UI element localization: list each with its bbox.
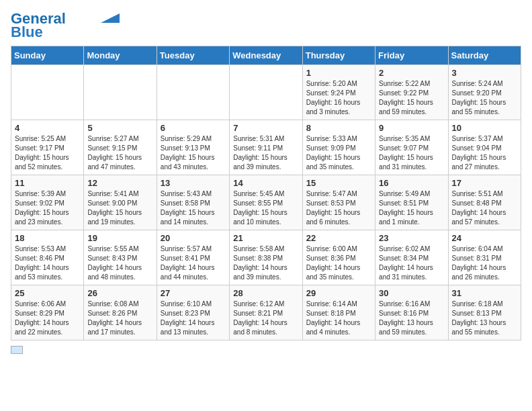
day-info: Sunrise: 5:55 AM Sunset: 8:43 PM Dayligh… bbox=[87, 244, 152, 282]
day-number: 7 bbox=[233, 123, 298, 133]
calendar-cell: 22Sunrise: 6:00 AM Sunset: 8:36 PM Dayli… bbox=[302, 230, 375, 285]
day-info: Sunrise: 6:00 AM Sunset: 8:36 PM Dayligh… bbox=[306, 244, 371, 282]
day-info: Sunrise: 5:37 AM Sunset: 9:04 PM Dayligh… bbox=[452, 134, 517, 172]
calendar-cell: 12Sunrise: 5:41 AM Sunset: 9:00 PM Dayli… bbox=[84, 175, 157, 230]
day-number: 3 bbox=[452, 68, 517, 78]
calendar-cell: 10Sunrise: 5:37 AM Sunset: 9:04 PM Dayli… bbox=[448, 120, 521, 175]
day-header-friday: Friday bbox=[375, 46, 448, 65]
day-info: Sunrise: 6:02 AM Sunset: 8:34 PM Dayligh… bbox=[379, 244, 444, 282]
day-header-sunday: Sunday bbox=[11, 46, 84, 65]
calendar-cell: 7Sunrise: 5:31 AM Sunset: 9:11 PM Daylig… bbox=[230, 120, 302, 175]
calendar-cell: 1Sunrise: 5:20 AM Sunset: 9:24 PM Daylig… bbox=[302, 65, 375, 120]
day-info: Sunrise: 5:35 AM Sunset: 9:07 PM Dayligh… bbox=[379, 134, 444, 172]
calendar-cell: 31Sunrise: 6:18 AM Sunset: 8:13 PM Dayli… bbox=[448, 285, 521, 340]
day-number: 14 bbox=[233, 178, 298, 188]
legend-box bbox=[11, 346, 23, 354]
day-info: Sunrise: 5:51 AM Sunset: 8:48 PM Dayligh… bbox=[452, 189, 517, 227]
calendar-cell: 15Sunrise: 5:47 AM Sunset: 8:53 PM Dayli… bbox=[302, 175, 375, 230]
calendar-cell: 20Sunrise: 5:57 AM Sunset: 8:41 PM Dayli… bbox=[157, 230, 229, 285]
day-info: Sunrise: 5:58 AM Sunset: 8:38 PM Dayligh… bbox=[233, 244, 298, 282]
day-number: 5 bbox=[87, 123, 152, 133]
calendar-week-row: 11Sunrise: 5:39 AM Sunset: 9:02 PM Dayli… bbox=[11, 175, 521, 230]
day-number: 12 bbox=[87, 178, 152, 188]
day-info: Sunrise: 6:10 AM Sunset: 8:23 PM Dayligh… bbox=[161, 300, 226, 337]
day-header-wednesday: Wednesday bbox=[230, 46, 302, 65]
day-info: Sunrise: 6:04 AM Sunset: 8:31 PM Dayligh… bbox=[452, 244, 517, 282]
day-info: Sunrise: 5:31 AM Sunset: 9:11 PM Dayligh… bbox=[233, 134, 298, 172]
day-info: Sunrise: 5:24 AM Sunset: 9:20 PM Dayligh… bbox=[452, 79, 517, 117]
day-number: 20 bbox=[161, 233, 226, 243]
day-number: 9 bbox=[379, 123, 444, 133]
day-info: Sunrise: 5:22 AM Sunset: 9:22 PM Dayligh… bbox=[379, 79, 444, 117]
calendar-cell: 28Sunrise: 6:12 AM Sunset: 8:21 PM Dayli… bbox=[230, 285, 302, 340]
day-info: Sunrise: 5:41 AM Sunset: 9:00 PM Dayligh… bbox=[87, 189, 152, 227]
calendar-cell bbox=[11, 65, 84, 120]
day-info: Sunrise: 5:57 AM Sunset: 8:41 PM Dayligh… bbox=[161, 244, 226, 282]
svg-marker-0 bbox=[101, 13, 120, 23]
calendar-cell: 21Sunrise: 5:58 AM Sunset: 8:38 PM Dayli… bbox=[230, 230, 302, 285]
calendar-cell: 3Sunrise: 5:24 AM Sunset: 9:20 PM Daylig… bbox=[448, 65, 521, 120]
calendar-cell: 27Sunrise: 6:10 AM Sunset: 8:23 PM Dayli… bbox=[157, 285, 229, 340]
calendar-cell: 25Sunrise: 6:06 AM Sunset: 8:29 PM Dayli… bbox=[11, 285, 84, 340]
calendar-header-row: SundayMondayTuesdayWednesdayThursdayFrid… bbox=[11, 46, 521, 65]
day-header-tuesday: Tuesday bbox=[157, 46, 229, 65]
day-number: 21 bbox=[233, 233, 298, 243]
day-info: Sunrise: 6:06 AM Sunset: 8:29 PM Dayligh… bbox=[15, 300, 80, 337]
day-number: 18 bbox=[15, 233, 80, 243]
logo-blue-text: Blue bbox=[11, 24, 43, 40]
day-number: 29 bbox=[306, 288, 371, 298]
calendar-cell: 8Sunrise: 5:33 AM Sunset: 9:09 PM Daylig… bbox=[302, 120, 375, 175]
day-info: Sunrise: 5:47 AM Sunset: 8:53 PM Dayligh… bbox=[306, 189, 371, 227]
day-number: 16 bbox=[379, 178, 444, 188]
day-info: Sunrise: 5:20 AM Sunset: 9:24 PM Dayligh… bbox=[306, 79, 371, 117]
day-number: 1 bbox=[306, 68, 371, 78]
day-number: 10 bbox=[452, 123, 517, 133]
day-info: Sunrise: 5:45 AM Sunset: 8:55 PM Dayligh… bbox=[233, 189, 298, 227]
calendar-week-row: 4Sunrise: 5:25 AM Sunset: 9:17 PM Daylig… bbox=[11, 120, 521, 175]
day-number: 22 bbox=[306, 233, 371, 243]
calendar-cell: 29Sunrise: 6:14 AM Sunset: 8:18 PM Dayli… bbox=[302, 285, 375, 340]
day-number: 11 bbox=[15, 178, 80, 188]
calendar-cell: 11Sunrise: 5:39 AM Sunset: 9:02 PM Dayli… bbox=[11, 175, 84, 230]
day-number: 8 bbox=[306, 123, 371, 133]
day-info: Sunrise: 6:18 AM Sunset: 8:13 PM Dayligh… bbox=[452, 300, 517, 337]
day-info: Sunrise: 6:16 AM Sunset: 8:16 PM Dayligh… bbox=[379, 300, 444, 337]
footer bbox=[11, 346, 521, 354]
calendar-cell: 16Sunrise: 5:49 AM Sunset: 8:51 PM Dayli… bbox=[375, 175, 448, 230]
calendar-cell: 6Sunrise: 5:29 AM Sunset: 9:13 PM Daylig… bbox=[157, 120, 229, 175]
calendar-cell bbox=[230, 65, 302, 120]
calendar-table: SundayMondayTuesdayWednesdayThursdayFrid… bbox=[11, 46, 521, 340]
header: General Blue bbox=[11, 11, 521, 40]
day-header-thursday: Thursday bbox=[302, 46, 375, 65]
day-info: Sunrise: 5:33 AM Sunset: 9:09 PM Dayligh… bbox=[306, 134, 371, 172]
calendar-cell: 19Sunrise: 5:55 AM Sunset: 8:43 PM Dayli… bbox=[84, 230, 157, 285]
day-info: Sunrise: 6:14 AM Sunset: 8:18 PM Dayligh… bbox=[306, 300, 371, 337]
day-info: Sunrise: 5:25 AM Sunset: 9:17 PM Dayligh… bbox=[15, 134, 80, 172]
logo: General Blue bbox=[11, 11, 120, 40]
day-info: Sunrise: 6:08 AM Sunset: 8:26 PM Dayligh… bbox=[87, 300, 152, 337]
day-number: 4 bbox=[15, 123, 80, 133]
calendar-cell: 17Sunrise: 5:51 AM Sunset: 8:48 PM Dayli… bbox=[448, 175, 521, 230]
day-number: 23 bbox=[379, 233, 444, 243]
calendar-cell: 24Sunrise: 6:04 AM Sunset: 8:31 PM Dayli… bbox=[448, 230, 521, 285]
calendar-week-row: 1Sunrise: 5:20 AM Sunset: 9:24 PM Daylig… bbox=[11, 65, 521, 120]
calendar-week-row: 25Sunrise: 6:06 AM Sunset: 8:29 PM Dayli… bbox=[11, 285, 521, 340]
day-number: 6 bbox=[161, 123, 226, 133]
day-header-monday: Monday bbox=[84, 46, 157, 65]
calendar-cell bbox=[157, 65, 229, 120]
day-number: 19 bbox=[87, 233, 152, 243]
calendar-cell: 23Sunrise: 6:02 AM Sunset: 8:34 PM Dayli… bbox=[375, 230, 448, 285]
day-number: 24 bbox=[452, 233, 517, 243]
day-number: 2 bbox=[379, 68, 444, 78]
calendar-cell: 26Sunrise: 6:08 AM Sunset: 8:26 PM Dayli… bbox=[84, 285, 157, 340]
day-info: Sunrise: 5:49 AM Sunset: 8:51 PM Dayligh… bbox=[379, 189, 444, 227]
calendar-cell: 4Sunrise: 5:25 AM Sunset: 9:17 PM Daylig… bbox=[11, 120, 84, 175]
day-number: 25 bbox=[15, 288, 80, 298]
logo-arrow-icon bbox=[101, 13, 120, 23]
day-number: 31 bbox=[452, 288, 517, 298]
calendar-cell: 5Sunrise: 5:27 AM Sunset: 9:15 PM Daylig… bbox=[84, 120, 157, 175]
day-info: Sunrise: 5:43 AM Sunset: 8:58 PM Dayligh… bbox=[161, 189, 226, 227]
day-header-saturday: Saturday bbox=[448, 46, 521, 65]
day-info: Sunrise: 5:39 AM Sunset: 9:02 PM Dayligh… bbox=[15, 189, 80, 227]
calendar-cell: 13Sunrise: 5:43 AM Sunset: 8:58 PM Dayli… bbox=[157, 175, 229, 230]
